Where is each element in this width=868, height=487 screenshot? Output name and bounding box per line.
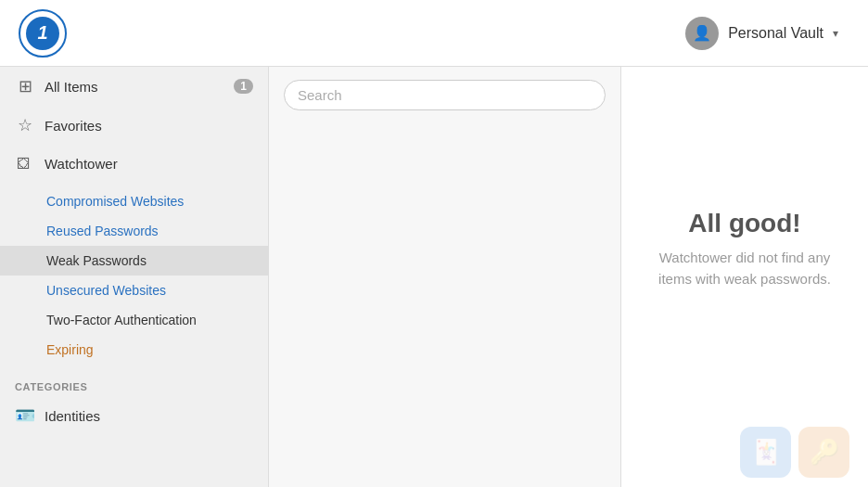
unsecured-label: Unsecured Websites [46,283,166,298]
deco-key-icon: 🔑 [798,427,849,478]
search-bar [269,67,620,123]
all-items-badge: 1 [234,79,253,94]
vault-label: Personal Vault [728,25,823,42]
favorites-icon: ☆ [15,115,35,135]
sidebar-item-unsecured[interactable]: Unsecured Websites [0,276,268,305]
all-good-title: All good! [658,209,831,238]
identities-icon: 🪪 [15,405,35,426]
decorative-icons: 🃏 🔑 [740,427,849,478]
watchtower-sub-items: Compromised Websites Reused Passwords We… [0,183,268,368]
chevron-down-icon: ▾ [833,27,838,40]
logo-icon: 1 [26,17,59,50]
all-good-message: All good! Watchtower did not find anyite… [658,209,831,345]
search-input-wrap[interactable] [284,80,606,110]
all-items-label: All Items [45,79,224,95]
twofactor-label: Two-Factor Authentication [46,313,197,327]
app-header: 1 👤 Personal Vault ▾ [0,0,868,67]
deco-card-icon: 🃏 [740,427,791,478]
all-items-icon: ⊞ [15,76,35,96]
sidebar-item-twofactor[interactable]: Two-Factor Authentication [0,305,268,335]
sidebar-item-identities[interactable]: 🪪 Identities [0,396,268,435]
sidebar-item-all-items[interactable]: ⊞ All Items 1 [0,67,268,106]
favorites-label: Favorites [45,118,253,134]
sidebar-item-favorites[interactable]: ☆ Favorites [0,106,268,145]
watchtower-icon: ⛋ [15,154,35,173]
content-area: All good! Watchtower did not find anyite… [621,67,868,487]
search-input[interactable] [298,87,592,103]
expiring-label: Expiring [46,342,94,357]
sidebar-item-reused[interactable]: Reused Passwords [0,216,268,246]
vault-selector[interactable]: 👤 Personal Vault ▾ [674,11,849,56]
app-logo: 1 [19,9,67,58]
middle-panel [269,67,621,487]
sidebar-item-compromised[interactable]: Compromised Websites [0,186,268,216]
watchtower-label: Watchtower [45,156,253,172]
categories-section-label: CATEGORIES [0,368,268,396]
main-layout: ⊞ All Items 1 ☆ Favorites ⛋ Watchtower C… [0,67,868,487]
sidebar-item-expiring[interactable]: Expiring [0,335,268,365]
identities-label: Identities [45,408,253,424]
reused-label: Reused Passwords [46,224,159,238]
sidebar: ⊞ All Items 1 ☆ Favorites ⛋ Watchtower C… [0,67,269,487]
sidebar-item-watchtower[interactable]: ⛋ Watchtower [0,145,268,183]
weak-label: Weak Passwords [46,253,147,268]
sidebar-item-weak[interactable]: Weak Passwords [0,246,268,276]
vault-avatar-icon: 👤 [685,17,719,50]
compromised-label: Compromised Websites [46,194,184,209]
all-good-subtitle: Watchtower did not find anyitems with we… [658,248,831,289]
